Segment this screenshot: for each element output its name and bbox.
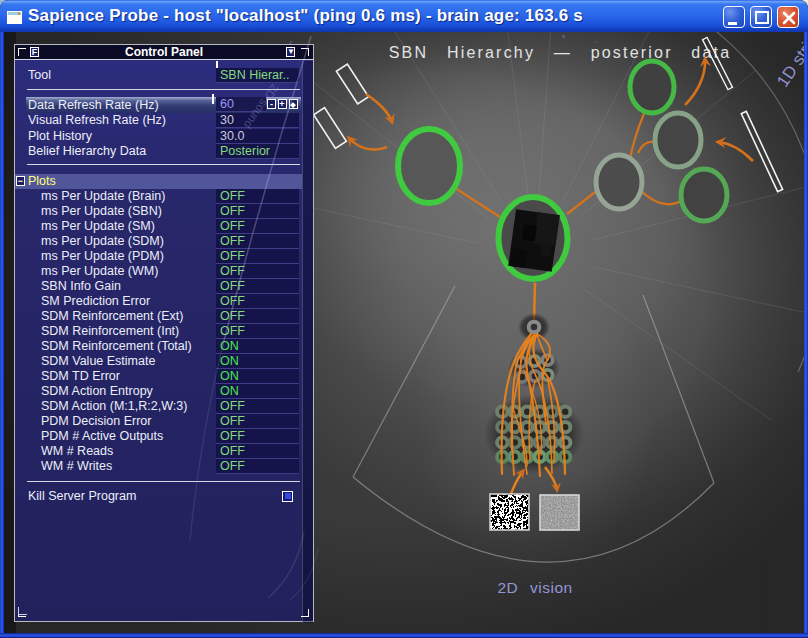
svg-text:2D vision: 2D vision — [497, 579, 572, 596]
svg-text:SBN Hierarchy — posterior: SBN Hierarchy — posterior data — [389, 44, 732, 61]
